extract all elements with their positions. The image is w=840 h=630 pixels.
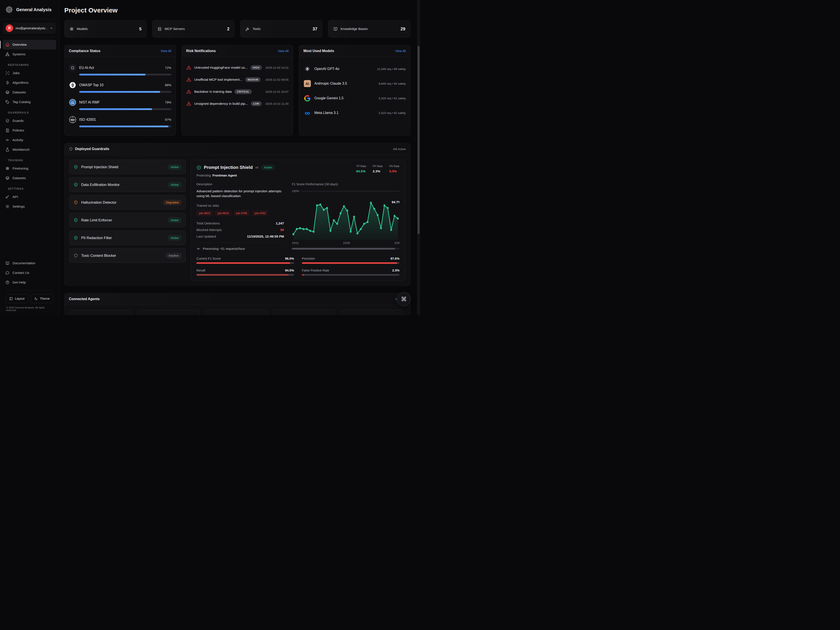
protecting-line: Protecting: Frontman Agent xyxy=(196,174,275,177)
guardrails-active-summary: 4/6 Active xyxy=(393,147,406,151)
agent-card-pinecone[interactable]: Pinecone Active xyxy=(69,310,132,315)
user-row: R rex@generalanalysis.... xyxy=(0,19,59,37)
job-chip[interactable]: job-4762 xyxy=(252,210,268,216)
chip-icon xyxy=(5,166,9,171)
shield-check-icon xyxy=(74,165,78,169)
guardrails-list: Prompt Injection Shield Active Data Exfi… xyxy=(69,160,186,281)
sidebar-item-contact-us[interactable]: Contact Us xyxy=(3,268,56,278)
theme-button[interactable]: Theme xyxy=(31,294,54,303)
sidebar-item-jobs[interactable]: Jobs xyxy=(3,68,56,78)
compliance-row-nist[interactable]: NISTRMF NIST AI RMF 79% xyxy=(69,99,171,110)
algorithm-icon xyxy=(5,81,9,85)
guardrail-item-data-exfiltration-monitor[interactable]: Data Exfiltration Monitor Active xyxy=(69,177,186,192)
layers-icon xyxy=(5,90,9,95)
metric-precision: Precision97.6% xyxy=(302,257,399,264)
anthropic-icon: A\ xyxy=(303,80,311,87)
sidebar-item-finetuning[interactable]: Finetuning xyxy=(3,164,56,173)
compliance-view-all-link[interactable]: View All xyxy=(161,49,171,53)
f1-chart: 100% xyxy=(292,189,399,249)
risks-view-all-link[interactable]: View All xyxy=(278,49,289,53)
layout-icon xyxy=(9,297,13,300)
account-menu[interactable]: R rex@generalanalysis.... xyxy=(3,22,56,34)
agent-card-hugging-face[interactable]: Hugging Face Active xyxy=(137,310,200,315)
sidebar-item-activity[interactable]: Activity xyxy=(3,135,56,145)
guardrail-item-hallucination-detector[interactable]: Hallucination Detector Degraded xyxy=(69,195,186,210)
guardrail-item-toxic-content-blocker[interactable]: Toxic Content Blocker Inactive xyxy=(69,248,186,263)
layout-button[interactable]: Layout xyxy=(6,294,28,303)
agent-card-amazon-bedrock[interactable]: Amazon Bedrock Disabled xyxy=(273,310,335,315)
agents-title: Connected Agents xyxy=(69,297,100,301)
compliance-row-iso[interactable]: ISO ISO 42001 97% xyxy=(69,116,171,127)
chart-title: F1 Score Performance (30 days) xyxy=(292,182,399,186)
sidebar-item-settings[interactable]: Settings xyxy=(3,202,56,211)
blocked-attempts-value: 89 xyxy=(280,228,284,232)
guardrail-item-rate-limit-enforcer[interactable]: Rate Limit Enforcer Active xyxy=(69,213,186,227)
copyright: © 2025 General Analysis. All rights rese… xyxy=(3,305,56,315)
model-row-meta[interactable]: ∞ Meta Llama 3.1 2,410 req • 82 safety xyxy=(303,109,406,117)
job-chip[interactable]: job-4785 xyxy=(234,210,250,216)
stat-card-models[interactable]: Models 5 xyxy=(64,20,147,38)
guardrail-item-prompt-injection-shield[interactable]: Prompt Injection Shield Active xyxy=(69,160,186,174)
stat-card-tools[interactable]: Tools 37 xyxy=(240,20,322,38)
page-title: Project Overview xyxy=(64,6,411,14)
compliance-row-eu-ai-act[interactable]: EU AI Act 72% xyxy=(69,64,171,76)
book-icon xyxy=(333,27,338,31)
risk-row[interactable]: Backdoor in training data CRITICAL 2025-… xyxy=(186,89,289,94)
progress-bar xyxy=(79,108,171,110)
scan-icon xyxy=(5,71,9,75)
deployed-guardrails-card: Deployed Guardrails 4/6 Active Prompt In… xyxy=(64,143,411,286)
models-view-all-link[interactable]: View All xyxy=(395,49,406,53)
sidebar-item-overview[interactable]: Overview xyxy=(3,40,56,49)
shield-check-icon xyxy=(5,118,9,123)
chat-icon xyxy=(5,271,9,275)
sidebar-item-workbench[interactable]: Workbench xyxy=(3,145,56,155)
sidebar-item-documentation[interactable]: Documentation xyxy=(3,258,56,268)
compliance-row-owasp[interactable]: OWASP Top 10 88% xyxy=(69,81,171,93)
sidebar-item-algorithms[interactable]: Algorithms xyxy=(3,78,56,87)
systems-icon xyxy=(5,52,9,57)
page-vertical-scrollbar[interactable] xyxy=(417,0,420,315)
agents-row: Pinecone Active Hugging Face Active xyxy=(69,310,405,315)
databricks-icon xyxy=(345,314,354,315)
sidebar-item-training-datasets[interactable]: Datasets xyxy=(3,173,56,183)
job-chip[interactable]: job-4823 xyxy=(196,210,213,216)
agent-card-databricks[interactable]: Databricks Active xyxy=(341,310,403,315)
app-window: General Analysis R rex@generalanalysis..… xyxy=(0,0,420,315)
sidebar-item-get-help[interactable]: Get Help xyxy=(3,278,56,287)
meta-icon: ∞ xyxy=(303,109,311,117)
risk-row[interactable]: Unofficial MCP tool implement... MEDIUM … xyxy=(186,77,289,82)
section-title-guardrails: GUARDRAILS xyxy=(8,111,54,114)
stat-card-knowledge-bases[interactable]: Knowledge Bases 29 xyxy=(328,20,411,38)
rate-stats: TP Rate94.5% FP Rate2.3% FN Rate5.5% xyxy=(356,165,399,173)
user-email: rex@generalanalysis.... xyxy=(16,27,47,30)
sidebar-item-policies[interactable]: Policies xyxy=(3,126,56,135)
stat-card-mcp-servers[interactable]: MCP Servers 2 xyxy=(152,20,235,38)
sidebar-item-datasets[interactable]: Datasets xyxy=(3,87,56,97)
risk-notifications-card: Risk Notifications View All Untrusted Hu… xyxy=(182,45,293,136)
model-row-openai[interactable]: ✳ OpenAI GPT-4o 12,340 req • 89 safety xyxy=(303,65,406,73)
command-palette-button[interactable]: ⌘ xyxy=(397,292,411,306)
sidebar-item-systems[interactable]: Systems xyxy=(3,49,56,59)
sidebar-item-guards[interactable]: Guards xyxy=(3,116,56,126)
total-detections-value: 1,247 xyxy=(276,221,284,225)
svg-text:A\: A\ xyxy=(306,82,309,86)
f1-line-chart xyxy=(292,194,399,240)
sidebar-item-tag-catalog[interactable]: Tag Catalog xyxy=(3,97,56,107)
svg-text:ISO: ISO xyxy=(71,118,75,121)
chart-horizontal-scrollbar[interactable] xyxy=(292,248,399,249)
job-chip[interactable]: job-4819 xyxy=(215,210,231,216)
sidebar-item-label: Datasets xyxy=(13,176,26,180)
risk-row[interactable]: Unsigned dependency in build pip... LOW … xyxy=(186,101,289,106)
fp-rate-value: 2.3% xyxy=(373,169,383,173)
sidebar-item-label: Algorithms xyxy=(13,81,28,85)
logo-icon xyxy=(5,5,14,14)
risk-row[interactable]: Untrusted HuggingFace model us... HIGH 2… xyxy=(186,65,289,70)
tp-rate-value: 94.5% xyxy=(356,169,366,173)
agent-card-supabase[interactable]: Supabase Active xyxy=(205,310,267,315)
model-row-google[interactable]: Google Gemini 1.5 5,320 req • 91 safety xyxy=(303,94,406,102)
svg-text:RMF: RMF xyxy=(71,102,74,104)
guardrail-item-pii-redaction-filter[interactable]: PII Redaction Filter Active xyxy=(69,231,186,245)
sidebar-item-api[interactable]: API xyxy=(3,192,56,202)
status-badge: Active xyxy=(168,182,182,188)
model-row-anthropic[interactable]: A\ Anthropic Claude 3.5 6,840 req • 94 s… xyxy=(303,80,406,87)
